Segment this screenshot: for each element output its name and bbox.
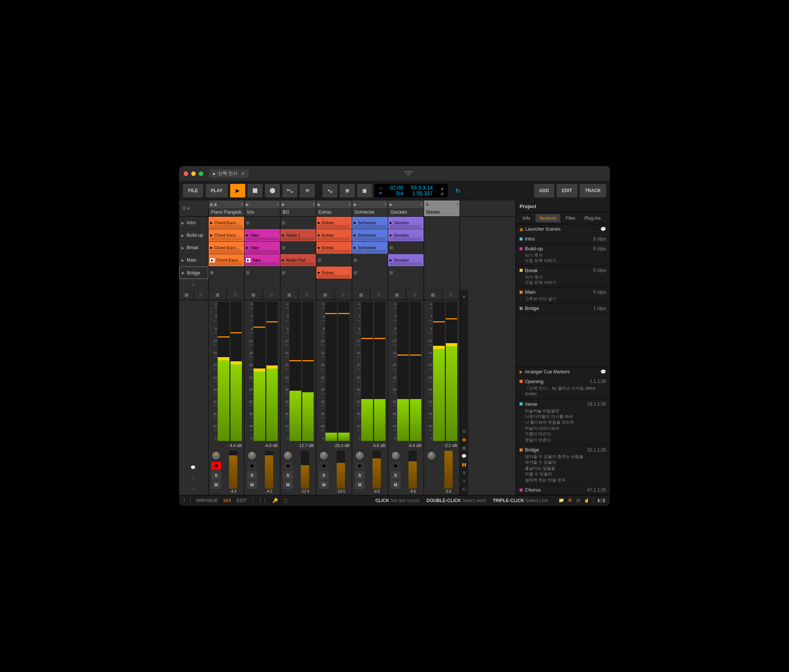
clip-cell[interactable]: ▶Schnecke bbox=[352, 217, 388, 229]
volume-fader[interactable] bbox=[301, 451, 309, 489]
channel-menu[interactable]: ☰ bbox=[227, 290, 244, 300]
scene-row[interactable]: ▶Break bbox=[179, 242, 208, 254]
pan-knob[interactable] bbox=[391, 451, 401, 460]
clip-cell[interactable]: ▶Schnecke bbox=[352, 229, 388, 242]
ind-7[interactable]: ✕ bbox=[462, 478, 467, 484]
minimize-window-button[interactable] bbox=[191, 171, 196, 176]
clip-cell[interactable]: ▶Chord Esco… bbox=[209, 242, 244, 254]
empty-add-cell[interactable] bbox=[424, 279, 460, 290]
record-arm-button[interactable] bbox=[355, 462, 365, 470]
cue-marker-item[interactable]: Chorus47.1.1.00 bbox=[516, 485, 610, 495]
channel-stop[interactable] bbox=[280, 290, 299, 300]
solo-button[interactable]: S bbox=[319, 471, 329, 479]
file-button[interactable]: FILE bbox=[183, 184, 203, 197]
footer-tool-3[interactable]: ▢ bbox=[283, 498, 287, 503]
mute-button[interactable]: M bbox=[247, 481, 257, 489]
add-lane-button[interactable]: ⊞ bbox=[340, 184, 355, 197]
volume-fader[interactable] bbox=[409, 451, 417, 489]
empty-add-cell[interactable] bbox=[316, 279, 352, 290]
maximize-window-button[interactable] bbox=[199, 171, 203, 176]
info-icon[interactable]: i bbox=[184, 498, 185, 503]
empty-clip-cell[interactable] bbox=[388, 266, 423, 279]
empty-clip-cell[interactable] bbox=[316, 254, 352, 266]
add-scene-button[interactable]: + bbox=[179, 279, 208, 290]
solo-button[interactable]: S bbox=[283, 471, 293, 479]
scene-row[interactable]: ▶Main bbox=[179, 254, 208, 266]
scene-row[interactable]: ▶Intro bbox=[179, 217, 208, 229]
automation-write-button[interactable]: ✂W bbox=[282, 184, 297, 197]
mode-edit[interactable]: EDIT bbox=[236, 498, 247, 503]
scene-header-menu[interactable]: ☰ ▾ bbox=[179, 201, 209, 216]
record-arm-button[interactable] bbox=[319, 462, 329, 470]
record-arm-button[interactable] bbox=[247, 462, 257, 470]
empty-add-cell[interactable] bbox=[209, 279, 244, 290]
position-bars[interactable]: 59.3.3.14 bbox=[411, 185, 433, 191]
ind-3[interactable]: ▦ bbox=[462, 445, 467, 451]
empty-clip-cell[interactable] bbox=[280, 242, 316, 254]
project-tab[interactable]: ▶ 산책 인사 ✕ bbox=[209, 169, 249, 178]
solo-button[interactable]: S bbox=[355, 471, 365, 479]
launcher-scene-item[interactable]: Build-up6 clips악기 추가드럼 트랙 더하기 bbox=[516, 244, 610, 266]
tab-files[interactable]: Files bbox=[562, 214, 579, 222]
clip-cell[interactable]: ▶Chord Esco… bbox=[209, 254, 244, 266]
clip-cell[interactable]: ▶Glocken bbox=[388, 229, 423, 242]
pan-knob[interactable] bbox=[355, 451, 365, 460]
launcher-scene-item[interactable]: Main5 clips그루브 다시 넣기 bbox=[516, 287, 610, 304]
page-icon[interactable]: 🗎 bbox=[568, 498, 572, 504]
clip-cell[interactable]: ▶Extras bbox=[316, 242, 352, 254]
empty-clip-cell[interactable] bbox=[424, 242, 460, 254]
record-arm-button[interactable] bbox=[211, 462, 221, 470]
scroll-up-icon[interactable]: ▲ bbox=[462, 293, 467, 299]
track-button[interactable]: TRACK bbox=[580, 184, 606, 197]
waveform-toggle-icons[interactable]: 〰〰 bbox=[468, 187, 470, 194]
clip-cell[interactable]: ▶Chord Esco… bbox=[209, 217, 244, 229]
volume-fader[interactable] bbox=[229, 451, 237, 489]
volume-fader[interactable] bbox=[444, 451, 453, 489]
comment-toggle-icon[interactable]: 💬x bbox=[190, 465, 197, 470]
tab-sections[interactable]: Sections bbox=[535, 214, 561, 222]
tab-plugins[interactable]: Plug-ins bbox=[580, 214, 604, 222]
channel-stop[interactable] bbox=[424, 290, 442, 300]
empty-clip-cell[interactable] bbox=[352, 266, 388, 279]
channel-menu[interactable]: ☰ bbox=[299, 290, 316, 300]
mute-button[interactable]: M bbox=[355, 481, 365, 489]
pan-knob[interactable] bbox=[283, 451, 293, 460]
loop-button[interactable]: ⟲ bbox=[300, 184, 315, 197]
mute-button[interactable]: M bbox=[283, 481, 293, 489]
empty-clip-cell[interactable] bbox=[424, 217, 460, 229]
fold-button[interactable]: ▦ bbox=[357, 184, 372, 197]
scene-row[interactable]: ▶Build-up bbox=[179, 229, 208, 242]
footer-tool-1[interactable]: ⋮⋮ bbox=[258, 498, 267, 503]
ind-6[interactable]: ⊗ bbox=[462, 470, 467, 475]
loop-region-icon[interactable]: ↻ bbox=[450, 187, 465, 194]
ind-8[interactable]: AB bbox=[462, 487, 467, 492]
comment-icon[interactable]: 💬 bbox=[601, 369, 606, 374]
volume-fader[interactable] bbox=[265, 451, 273, 489]
comment-icon[interactable]: 💬 bbox=[601, 226, 606, 232]
channel-menu[interactable]: ☰ bbox=[370, 290, 388, 300]
ind-4[interactable]: 💬 bbox=[462, 454, 467, 459]
track-header[interactable]: ▮▯▮⫴Piano Flangedi… bbox=[209, 201, 244, 216]
solo-button[interactable]: S bbox=[391, 471, 401, 479]
solo-clear-icon[interactable]: Sx bbox=[192, 476, 196, 481]
play-button[interactable]: ▶ bbox=[230, 184, 245, 197]
channel-stop[interactable] bbox=[316, 290, 334, 300]
launcher-scene-item[interactable]: Break5 clips악기 추가드럼 트랙 더하기 bbox=[516, 266, 610, 288]
solo-button[interactable]: S bbox=[211, 471, 221, 479]
empty-clip-cell[interactable] bbox=[244, 266, 280, 279]
channel-menu[interactable]: ☰ bbox=[263, 290, 280, 300]
tempo-value[interactable]: 92.00 bbox=[390, 185, 403, 191]
close-window-button[interactable] bbox=[184, 171, 188, 176]
clip-cell[interactable]: ▶Extras bbox=[316, 266, 352, 279]
mix-stop-all[interactable] bbox=[179, 290, 194, 300]
track-header[interactable]: ▶⫴Schnecke bbox=[352, 201, 388, 216]
empty-clip-cell[interactable] bbox=[209, 266, 244, 279]
empty-clip-cell[interactable] bbox=[352, 254, 388, 266]
track-header[interactable]: ▶⫴Extras bbox=[316, 201, 352, 216]
mute-button[interactable]: M bbox=[211, 481, 221, 489]
volume-fader[interactable] bbox=[337, 451, 345, 489]
channel-stop[interactable] bbox=[209, 290, 227, 300]
mute-clear-icon[interactable]: Mx bbox=[191, 487, 196, 492]
launcher-scene-item[interactable]: Bridge1 clips bbox=[516, 304, 610, 313]
tab-info[interactable]: Info bbox=[519, 214, 534, 222]
